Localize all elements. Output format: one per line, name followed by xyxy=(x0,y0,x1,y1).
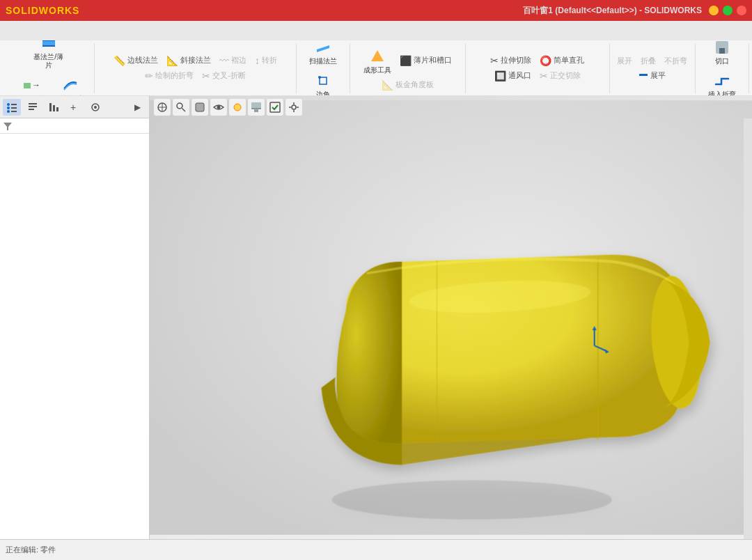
svg-rect-0 xyxy=(42,40,55,41)
viewport-scrollbar[interactable] xyxy=(744,118,752,539)
edge-label: 边角 xyxy=(316,91,330,97)
edge-flange-icon: 📏 xyxy=(113,55,125,66)
svg-point-13 xyxy=(7,107,10,109)
jog-button: ↕ 转折 xyxy=(252,54,280,67)
svg-rect-18 xyxy=(29,106,37,107)
close-button[interactable] xyxy=(737,6,746,15)
edge-icon xyxy=(313,71,333,91)
loft-bend-button[interactable]: 放样折弯 xyxy=(54,74,87,97)
base-flange-button[interactable]: 基法兰/薄片 xyxy=(29,40,69,71)
apply-scene-button[interactable] xyxy=(267,99,283,116)
normal-cut-icon: ✂ xyxy=(540,70,548,81)
tab-slot-button[interactable]: ⬛ 薄片和槽口 xyxy=(397,54,455,67)
display-style-button[interactable] xyxy=(191,99,208,116)
tab-slot-icon: ⬛ xyxy=(400,55,412,66)
filter-icon xyxy=(3,121,13,131)
flatten-label: 展平 xyxy=(650,70,666,81)
svg-rect-2 xyxy=(42,45,55,47)
hem-icon: 〰 xyxy=(219,55,229,66)
ribbon-group-base: 基法兰/薄片 → 转换到钣金 放样折弯 xyxy=(3,43,95,93)
notch-button[interactable]: 切口 xyxy=(708,40,736,67)
extruded-cut-label: 拉伸切除 xyxy=(501,55,531,65)
angle-plate-button: 📐 板金角度板 xyxy=(379,79,437,91)
svg-point-25 xyxy=(94,106,97,109)
hide-show-button[interactable] xyxy=(210,99,227,116)
angle-plate-icon: 📐 xyxy=(382,79,393,91)
display-tab[interactable] xyxy=(86,99,104,116)
scene-button[interactable] xyxy=(248,99,265,116)
svg-rect-12 xyxy=(11,104,17,105)
svg-rect-1 xyxy=(42,41,55,45)
sidebar-filter xyxy=(0,118,149,134)
no-bend-button: 不折弯 xyxy=(661,55,690,67)
svg-point-11 xyxy=(7,103,10,106)
tab-slot-label: 薄片和槽口 xyxy=(414,55,452,65)
hem-label: 褶边 xyxy=(231,55,246,65)
forming-tool-icon xyxy=(368,47,387,66)
window-title: 百叶窗1 (Default<<Default>>) - SOLIDWORKS xyxy=(523,5,702,17)
ribbon-group-flanges: 📏 边线法兰 📐 斜接法兰 〰 褶边 ↕ 转折 ✏ 绘制的折弯 ✂ 交叉-折断 xyxy=(95,43,297,93)
feature-tree-tab[interactable] xyxy=(3,99,21,116)
expand-sidebar-btn[interactable]: ▶ xyxy=(128,99,146,116)
plus-tab[interactable]: + xyxy=(65,99,84,116)
simple-hole-icon: ⭕ xyxy=(540,55,551,66)
insert-bend-label: 插入折弯 xyxy=(708,91,736,97)
view-setting-button[interactable] xyxy=(285,99,302,116)
group-icons-base: 基法兰/薄片 → 转换到钣金 放样折弯 xyxy=(7,40,90,96)
angle-plate-label: 板金角度板 xyxy=(395,79,434,90)
louver-button[interactable]: 🔲 通风口 xyxy=(492,70,534,82)
sidebar: + ▶ ◀ xyxy=(0,96,150,539)
svg-point-31 xyxy=(177,103,182,109)
swept-flange-label: 扫描法兰 xyxy=(309,57,337,65)
view-orient-button[interactable] xyxy=(154,99,171,116)
svg-text:▶: ▶ xyxy=(134,102,141,112)
edge-flange-label: 边线法兰 xyxy=(127,55,158,65)
extruded-cut-icon: ✂ xyxy=(490,55,499,66)
edge-flange-button[interactable]: 📏 边线法兰 xyxy=(111,54,161,67)
normal-cut-label: 正交切除 xyxy=(550,70,581,81)
base-flange-icon xyxy=(39,40,58,53)
ribbon-group-unfold: 展开 折叠 不折弯 展平 xyxy=(610,43,696,93)
forming-tool-button[interactable]: 成形工具 xyxy=(361,45,394,76)
minimize-button[interactable] xyxy=(709,6,719,15)
svg-point-34 xyxy=(217,106,221,109)
louver-label: 通风口 xyxy=(508,70,531,81)
group-icons-cuts: ✂ 拉伸切除 ⭕ 简单直孔 🔲 通风口 ✂ 正交切除 xyxy=(470,54,604,82)
feature-tree[interactable] xyxy=(0,134,149,539)
swept-flange-icon xyxy=(313,40,333,57)
zoom-button[interactable] xyxy=(173,99,189,116)
viewport[interactable] xyxy=(150,96,752,539)
miter-flange-button[interactable]: 📐 斜接法兰 xyxy=(164,54,214,67)
title-bar: SOLIDWORKS 百叶窗1 (Default<<Default>>) - S… xyxy=(0,0,752,21)
group-icons-flanges: 📏 边线法兰 📐 斜接法兰 〰 褶边 ↕ 转折 ✏ 绘制的折弯 ✂ 交叉-折断 xyxy=(99,54,292,82)
ribbon-group-cuts: ✂ 拉伸切除 ⭕ 简单直孔 🔲 通风口 ✂ 正交切除 xyxy=(466,43,609,93)
svg-rect-38 xyxy=(254,109,258,112)
group-icons-form: 成形工具 ⬛ 薄片和槽口 📐 板金角度板 xyxy=(354,45,462,91)
convert-sheetmetal-icon: → xyxy=(21,75,40,95)
svg-line-32 xyxy=(182,109,186,112)
svg-rect-10 xyxy=(719,48,725,54)
ribbon-tabs xyxy=(0,21,752,40)
louver-icon: 🔲 xyxy=(494,70,506,81)
no-bend-label: 不折弯 xyxy=(664,56,687,66)
extruded-cut-button[interactable]: ✂ 拉伸切除 xyxy=(487,54,534,67)
svg-rect-17 xyxy=(29,103,37,104)
insert-bend-button[interactable]: 插入折弯 xyxy=(705,70,739,97)
maximize-button[interactable] xyxy=(723,6,733,15)
svg-rect-3 xyxy=(24,83,31,88)
swept-flange-button[interactable]: 扫描法兰 xyxy=(306,40,340,67)
property-tab[interactable] xyxy=(24,99,42,116)
sketched-bend-icon: ✏ xyxy=(145,70,153,81)
edit-appearance-button[interactable] xyxy=(229,99,246,116)
cross-break-button: ✂ 交叉-折断 xyxy=(199,70,249,82)
convert-sheetmetal-button[interactable]: → 转换到钣金 xyxy=(10,74,51,97)
base-flange-label: 基法兰/薄片 xyxy=(31,53,66,70)
flatten-icon xyxy=(639,70,648,80)
svg-text:+: + xyxy=(70,102,76,113)
flatten-button[interactable]: 展平 xyxy=(636,70,668,81)
svg-point-6 xyxy=(318,76,321,79)
simple-hole-button[interactable]: ⭕ 简单直孔 xyxy=(537,54,587,67)
cross-break-icon: ✂ xyxy=(202,70,210,81)
edge-button[interactable]: 边角 xyxy=(309,70,337,97)
config-tab[interactable] xyxy=(45,99,63,116)
